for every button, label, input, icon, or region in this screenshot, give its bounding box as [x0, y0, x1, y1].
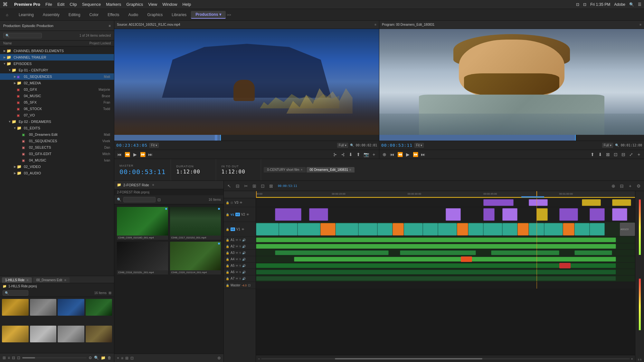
track-mute[interactable]: M	[236, 245, 238, 248]
track-lock-icon[interactable]: 🔒	[226, 271, 229, 274]
btn-play-source[interactable]: ▶	[132, 151, 138, 158]
clip-v2-8[interactable]	[590, 208, 605, 221]
clip-v2-7[interactable]	[559, 208, 578, 221]
audio-clip-a2[interactable]	[256, 244, 616, 249]
clip-v2-6[interactable]	[536, 208, 548, 221]
tab-audio[interactable]: Audio	[124, 11, 143, 18]
track-solo[interactable]: S	[239, 271, 241, 274]
track-label-a3[interactable]: 🔒 A3 M S 🔊	[224, 250, 256, 256]
btn-link-tool[interactable]: ⊟	[234, 182, 241, 190]
bin-view-icon[interactable]: ⊞	[109, 291, 111, 295]
source-fit-dropdown[interactable]: Fit ▾	[149, 143, 159, 148]
btn-overwrite[interactable]: ⬆	[355, 151, 362, 158]
btn-ripple-tool[interactable]: ⊞	[251, 182, 258, 190]
tree-channel-brand[interactable]: ▶ 📁 CHANNEL BRAND ELEMENTS	[0, 48, 114, 54]
source-thumbnail[interactable]: C048_C018_0101DL_001.mp4	[117, 242, 168, 274]
track-solo[interactable]: S	[239, 277, 241, 280]
audio-clip-a3-3[interactable]	[491, 250, 559, 255]
tree-ep01-stock[interactable]: ▣ 06_STOCK Todd	[0, 106, 114, 112]
bin-thumbnail[interactable]	[86, 299, 112, 316]
bin-thumbnail[interactable]	[30, 326, 57, 342]
bin-tab-close[interactable]: ≡	[27, 278, 29, 282]
source-bin-list-icon[interactable]: ⊡	[157, 198, 161, 202]
source-thumbnail[interactable]: C048_C017_01019J_001.mp4	[170, 207, 221, 240]
btn-camera[interactable]: 📷	[363, 151, 369, 158]
clip-v3-4[interactable]	[612, 199, 631, 206]
footer-trash-icon[interactable]: 🗑	[108, 356, 111, 360]
bin-thumbnail[interactable]	[2, 299, 29, 316]
btn-linked-selection[interactable]: ⊟	[618, 182, 625, 190]
clip-v1-19[interactable]	[563, 223, 574, 236]
menu-help[interactable]: Help	[182, 2, 191, 7]
clip-v1-4[interactable]	[320, 223, 336, 236]
clip-v1-10[interactable]	[423, 223, 438, 236]
track-lock-icon[interactable]: 🔒	[226, 245, 229, 248]
clip-v2-3[interactable]	[446, 208, 461, 221]
clip-v1-3[interactable]	[298, 223, 320, 236]
btn-prev-frame[interactable]: ⏪	[124, 151, 130, 158]
footer-metadata-icon[interactable]: ⊡	[17, 356, 20, 360]
btn-multitrack[interactable]: ⊡	[612, 151, 619, 158]
bin-thumbnail[interactable]	[58, 326, 84, 342]
track-label-a2[interactable]: 🔒 A2 M S 🔊	[224, 243, 256, 250]
production-menu-icon[interactable]: ≡	[109, 24, 111, 28]
clip-v1-21[interactable]	[590, 223, 605, 236]
tree-ep01-vo[interactable]: ▣ 07_VO	[0, 112, 114, 118]
clip-v1-14[interactable]	[483, 223, 502, 236]
btn-select-tool[interactable]: ↖	[226, 182, 233, 190]
bin-tab-hills[interactable]: 1-HILLS Ride ≡	[2, 277, 32, 283]
bin-thumbnail[interactable]	[86, 326, 112, 342]
audio-clip-a4[interactable]	[294, 257, 616, 262]
bin-thumbnail[interactable]	[58, 299, 84, 316]
btn-add-track[interactable]: +	[627, 182, 634, 190]
track-mute[interactable]: M	[236, 264, 238, 267]
track-solo[interactable]: S	[239, 264, 241, 267]
clip-v1-5[interactable]	[336, 223, 358, 236]
btn-settings-tl[interactable]: ⚙	[635, 182, 642, 190]
source-quality-dropdown[interactable]: Full ▾	[337, 143, 348, 148]
clip-v1-6[interactable]	[358, 223, 377, 236]
track-label-a6[interactable]: 🔒 A6 M S 🔊	[224, 269, 256, 275]
tab-learning[interactable]: Learning	[14, 11, 38, 18]
tree-ep02[interactable]: ▼ 📁 Ep 02 - DREAMERS	[0, 118, 114, 125]
btn-loop[interactable]: ⊕	[381, 151, 388, 158]
btn-prev-edit[interactable]: ⏮	[389, 151, 395, 158]
track-label-a4[interactable]: 🔒 A4 M S 🔊	[224, 256, 256, 263]
tree-channel-trailer[interactable]: ▶ 📁 CHANNEL TRAILER	[0, 54, 114, 60]
track-label-a5[interactable]: 🔒 A5 M S 🔊	[224, 263, 256, 269]
clip-v1-11[interactable]	[438, 223, 457, 236]
menu-edit[interactable]: Edit	[57, 2, 64, 7]
program-monitor-menu[interactable]: ≡	[639, 23, 641, 26]
program-fit-dropdown[interactable]: Fit ▾	[414, 143, 424, 148]
bin-thumbnail[interactable]	[30, 299, 57, 316]
tab-libraries[interactable]: Libraries	[167, 11, 191, 18]
btn-mark-out[interactable]: ⊰	[340, 151, 346, 158]
btn-play-prog[interactable]: ▶	[404, 151, 411, 158]
tree-ep01-media[interactable]: ▶ 📁 02_MEDIA	[0, 80, 114, 86]
footer-grid-icon[interactable]: ⊟	[12, 356, 15, 360]
clip-v1-20[interactable]	[574, 223, 590, 236]
clip-v2-9[interactable]	[612, 208, 627, 221]
menu-window[interactable]: Window	[162, 2, 177, 7]
clip-v1-7[interactable]	[377, 223, 393, 236]
source-monitor-viewer[interactable]	[114, 29, 379, 135]
track-lock-icon[interactable]: 🔒	[226, 201, 229, 204]
tl-zoom-in-icon[interactable]: +	[631, 357, 633, 361]
clip-v2-2[interactable]	[309, 208, 328, 221]
menu-sequence[interactable]: Sequence	[82, 2, 101, 7]
footer-list-icon[interactable]: ≡	[8, 356, 10, 360]
tab-editing[interactable]: Editing	[64, 11, 85, 18]
btn-add-source[interactable]: +	[371, 151, 377, 158]
track-mute[interactable]: M	[236, 277, 238, 280]
btn-lift[interactable]: ⬆	[589, 151, 596, 158]
btn-next-frame[interactable]: ⏩	[139, 151, 146, 158]
bin-search-input[interactable]	[3, 290, 28, 296]
track-mute[interactable]: M	[236, 271, 238, 274]
bin-scroll-bar[interactable]	[22, 357, 87, 358]
menu-graphics[interactable]: Graphics	[126, 2, 143, 7]
source-thumbnail[interactable]: C048_C009_01018D_001.mp4	[117, 207, 168, 240]
track-lock-icon[interactable]: 🔒	[226, 213, 229, 216]
tree-dreamers-edit[interactable]: ▣ 00_Dreamers Edit Matt	[0, 131, 114, 138]
in-out-range[interactable]	[521, 196, 544, 198]
clip-v1-1[interactable]	[256, 223, 279, 236]
